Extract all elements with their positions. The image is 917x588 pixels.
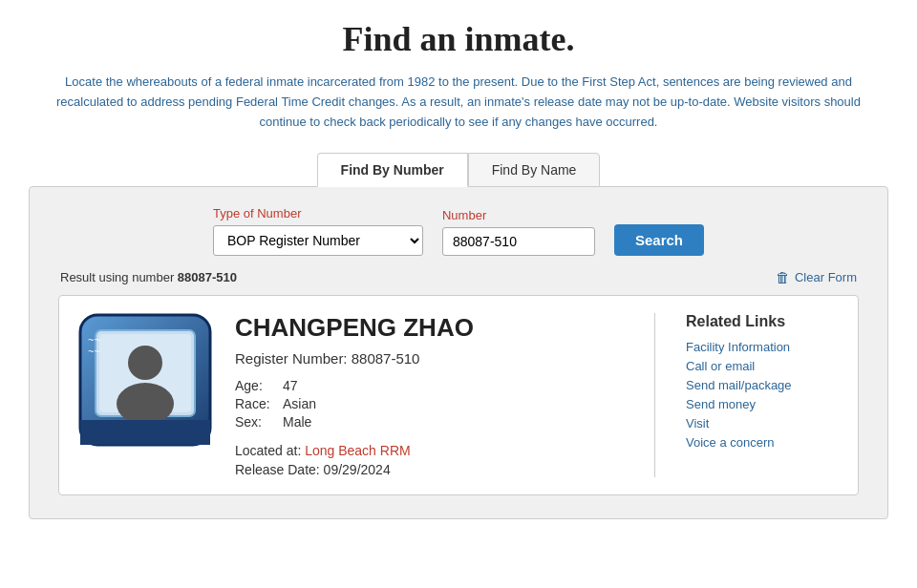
trash-icon: 🗑	[776, 269, 790, 285]
related-link-visit[interactable]: Visit	[686, 416, 839, 430]
page-container: Find an inmate. Locate the whereabouts o…	[0, 0, 917, 538]
details-table: Age: 47 Race: Asian Sex: Male	[235, 378, 624, 430]
release-date: 09/29/2024	[324, 462, 391, 477]
location-link[interactable]: Long Beach RRM	[305, 443, 411, 458]
number-input[interactable]	[442, 227, 595, 256]
release-prefix: Release Date:	[235, 462, 324, 477]
type-field-group: Type of Number BOP Register Number DCDC …	[213, 206, 423, 256]
type-select[interactable]: BOP Register Number DCDC Number FBI Numb…	[213, 225, 423, 256]
search-button[interactable]: Search	[614, 224, 704, 256]
tab-by-name[interactable]: Find By Name	[468, 153, 601, 187]
page-title: Find an inmate.	[29, 19, 888, 59]
race-value: Asian	[283, 396, 316, 411]
search-panel: Type of Number BOP Register Number DCDC …	[29, 186, 888, 519]
related-links-title: Related Links	[686, 313, 839, 330]
result-label: Result using number 88087-510	[60, 270, 237, 284]
related-link-call[interactable]: Call or email	[686, 359, 839, 373]
svg-text:~~: ~~	[88, 334, 100, 346]
svg-point-3	[128, 346, 162, 380]
location-line: Located at: Long Beach RRM	[235, 443, 624, 458]
related-link-money[interactable]: Send money	[686, 397, 839, 411]
age-row: Age: 47	[235, 378, 624, 393]
related-link-mail[interactable]: Send mail/package	[686, 378, 839, 392]
age-value: 47	[283, 378, 298, 393]
register-number: Register Number: 88087-510	[235, 350, 624, 367]
race-row: Race: Asian	[235, 396, 624, 411]
subtitle: Locate the whereabouts of a federal inma…	[48, 73, 869, 132]
release-line: Release Date: 09/29/2024	[235, 462, 624, 477]
race-label: Race:	[235, 396, 277, 411]
vertical-divider	[654, 313, 655, 477]
result-card: ~~ ~~ CHANGPENG ZHAO Register Number: 88…	[58, 295, 859, 495]
age-label: Age:	[235, 378, 277, 393]
clear-form-link[interactable]: 🗑 Clear Form	[776, 269, 857, 285]
related-link-concern[interactable]: Voice a concern	[686, 435, 839, 450]
type-label: Type of Number	[213, 206, 423, 220]
result-number: 88087-510	[178, 270, 237, 284]
related-links: Related Links Facility Information Call …	[686, 313, 839, 454]
tab-by-number[interactable]: Find By Number	[317, 153, 468, 187]
result-bar: Result using number 88087-510 🗑 Clear Fo…	[58, 269, 859, 285]
inmate-name: CHANGPENG ZHAO	[235, 313, 624, 343]
svg-text:~~: ~~	[88, 346, 100, 357]
svg-rect-6	[80, 434, 210, 445]
svg-point-4	[117, 383, 174, 425]
number-field-group: Number	[442, 208, 595, 256]
avatar: ~~ ~~	[78, 313, 212, 447]
location-prefix: Located at:	[235, 443, 305, 458]
register-number-label: Register Number:	[235, 350, 352, 367]
number-label: Number	[442, 208, 595, 222]
sex-label: Sex:	[235, 414, 277, 430]
clear-form-label: Clear Form	[795, 270, 857, 284]
search-fields: Type of Number BOP Register Number DCDC …	[58, 206, 859, 256]
register-number-value: 88087-510	[352, 350, 420, 367]
sex-row: Sex: Male	[235, 414, 624, 430]
sex-value: Male	[283, 414, 311, 430]
inmate-info: CHANGPENG ZHAO Register Number: 88087-51…	[235, 313, 624, 477]
tabs-row: Find By Number Find By Name	[29, 153, 888, 187]
related-link-facility[interactable]: Facility Information	[686, 340, 839, 354]
